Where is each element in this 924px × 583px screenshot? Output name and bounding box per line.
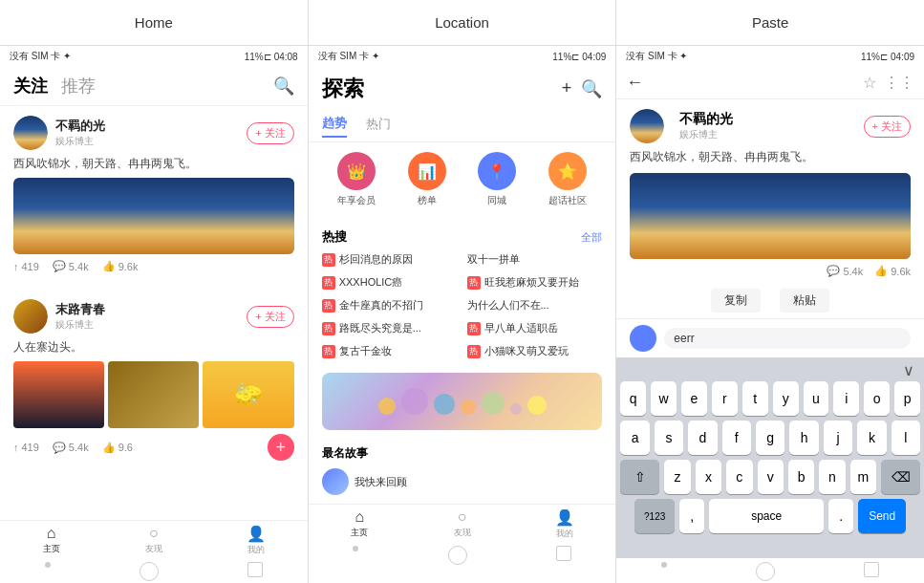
member-circle: 👑 (337, 152, 376, 190)
paste-like[interactable]: 👍 9.6k (874, 265, 911, 277)
key-j[interactable]: j (824, 421, 852, 455)
bubble-4 (461, 399, 476, 415)
key-l[interactable]: l (892, 421, 920, 455)
key-h[interactable]: h (789, 421, 818, 455)
paste-gesture-recents[interactable] (864, 562, 879, 577)
key-q[interactable]: q (620, 381, 646, 416)
hot-item-5[interactable]: 热 金牛座真的不招门 (322, 295, 458, 315)
hot-item-4[interactable]: 热 旺我惹麻烦又要开始 (467, 272, 603, 292)
tab-recommend[interactable]: 推荐 (61, 75, 96, 97)
key-v[interactable]: v (758, 460, 784, 494)
hot-item-2[interactable]: 双十一拼单 (467, 249, 603, 270)
gesture-back[interactable] (45, 562, 51, 568)
send-key[interactable]: Send (858, 499, 906, 533)
post-1-comment[interactable]: 💬 5.4k (53, 260, 89, 272)
key-k[interactable]: k (857, 421, 886, 455)
star-icon[interactable]: ☆ (863, 74, 876, 92)
key-s[interactable]: s (655, 421, 683, 455)
key-n[interactable]: n (819, 460, 845, 494)
hot-text-3: XXXHOLIC癌 (339, 275, 403, 290)
location-nav-home[interactable]: ⌂ 主页 (309, 508, 411, 540)
key-z[interactable]: z (664, 460, 690, 494)
loc-gesture-recents[interactable] (556, 546, 571, 561)
post-1-share[interactable]: ↑ 419 (13, 261, 39, 272)
paste-title: Paste (752, 14, 788, 31)
loc-gesture-back[interactable] (353, 546, 358, 551)
icon-member[interactable]: 👑 年享会员 (337, 152, 376, 207)
hot-item-9[interactable]: 热 复古千金妆 (322, 341, 458, 361)
keyboard-collapse[interactable]: ∨ (903, 361, 914, 379)
bubble-3 (434, 394, 455, 415)
key-r[interactable]: r (712, 381, 738, 416)
loc-home-icon: ⌂ (355, 508, 364, 526)
post-1-text: 西风吹锦水，朝天路、冉冉两鬼飞。 (13, 156, 294, 172)
hot-item-1[interactable]: 热 杉回消息的原因 (322, 249, 458, 270)
location-nav-friends[interactable]: ○ 友现 (411, 508, 513, 540)
key-o[interactable]: o (864, 381, 890, 416)
post-2-follow-btn[interactable]: + 关注 (247, 306, 293, 328)
hot-item-8[interactable]: 热 早八单人适职岳 (467, 318, 603, 338)
location-nav-me[interactable]: 👤 我的 (513, 508, 615, 540)
key-x[interactable]: x (696, 460, 721, 494)
key-b[interactable]: b (788, 460, 814, 494)
paste-gesture-back[interactable] (661, 562, 667, 568)
space-key[interactable]: space (709, 499, 824, 533)
key-g[interactable]: g (756, 421, 784, 455)
add-icon[interactable]: + (562, 78, 572, 99)
post-2-comment-count: 5.4k (69, 442, 89, 453)
hot-all[interactable]: 全部 (581, 230, 602, 245)
key-i[interactable]: i (833, 381, 859, 416)
hot-title: 热搜 (322, 228, 347, 246)
home-nav-me[interactable]: 👤 我的 (204, 525, 307, 556)
hot-item-3[interactable]: 热 XXXHOLIC癌 (322, 272, 458, 292)
hot-item-6[interactable]: 为什么人们不在... (467, 295, 603, 315)
back-button[interactable]: ← (626, 73, 643, 93)
tab-follow[interactable]: 关注 (13, 75, 48, 97)
key-y[interactable]: y (773, 381, 799, 416)
paste-comment[interactable]: 💬 5.4k (827, 265, 863, 277)
key-d[interactable]: d (688, 421, 717, 455)
copy-btn[interactable]: 复制 (711, 289, 761, 313)
post-2-share[interactable]: ↑ 419 (13, 442, 39, 453)
post-1-follow-btn[interactable]: + 关注 (247, 122, 293, 144)
post-2-like[interactable]: 👍 9.6 (102, 442, 133, 454)
key-t[interactable]: t (742, 381, 768, 416)
post-2-img2 (108, 361, 199, 428)
gesture-recents[interactable] (247, 562, 263, 577)
home-search-icon[interactable]: 🔍 (273, 76, 294, 97)
icon-rank[interactable]: 📊 榜单 (408, 152, 446, 207)
tab-hot[interactable]: 热门 (366, 116, 391, 137)
post-1-image (13, 178, 294, 254)
paste-gesture-home[interactable] (756, 562, 775, 581)
key-c[interactable]: c (726, 460, 752, 494)
paste-btn[interactable]: 粘贴 (780, 289, 829, 313)
num-key[interactable]: ?123 (634, 499, 675, 533)
key-w[interactable]: w (651, 381, 677, 416)
paste-follow-btn[interactable]: + 关注 (864, 116, 911, 138)
tab-trend[interactable]: 趋势 (322, 115, 347, 138)
key-comma[interactable]: , (679, 499, 704, 533)
comment-input[interactable]: eerr (664, 328, 911, 349)
post-2-comment[interactable]: 💬 5.4k (53, 442, 89, 454)
delete-key[interactable]: ⌫ (881, 460, 920, 494)
icon-nearby[interactable]: 📍 同城 (478, 152, 516, 207)
search-icon[interactable]: 🔍 (581, 78, 602, 99)
home-nav-friends[interactable]: ○ 友现 (102, 525, 204, 556)
key-f[interactable]: f (722, 421, 751, 455)
more-icon[interactable]: ⋮⋮ (884, 74, 914, 92)
gesture-home[interactable] (140, 562, 159, 581)
loc-gesture-home[interactable] (448, 546, 467, 565)
key-a[interactable]: a (620, 421, 649, 455)
key-e[interactable]: e (681, 381, 707, 416)
hot-item-7[interactable]: 热 路既尽头究竟是... (322, 318, 458, 338)
shift-key[interactable]: ⇧ (620, 460, 659, 494)
key-p[interactable]: p (894, 381, 920, 416)
hot-item-10[interactable]: 热 小猫咪又萌又爱玩 (467, 341, 603, 361)
key-period[interactable]: . (828, 499, 853, 533)
post-1-like[interactable]: 👍 9.6k (102, 260, 139, 272)
home-nav-home[interactable]: ⌂ 主页 (0, 525, 102, 556)
key-u[interactable]: u (804, 381, 829, 416)
key-m[interactable]: m (850, 460, 876, 494)
icon-community[interactable]: ⭐ 超话社区 (548, 152, 587, 207)
fab-button[interactable]: + (268, 434, 294, 461)
